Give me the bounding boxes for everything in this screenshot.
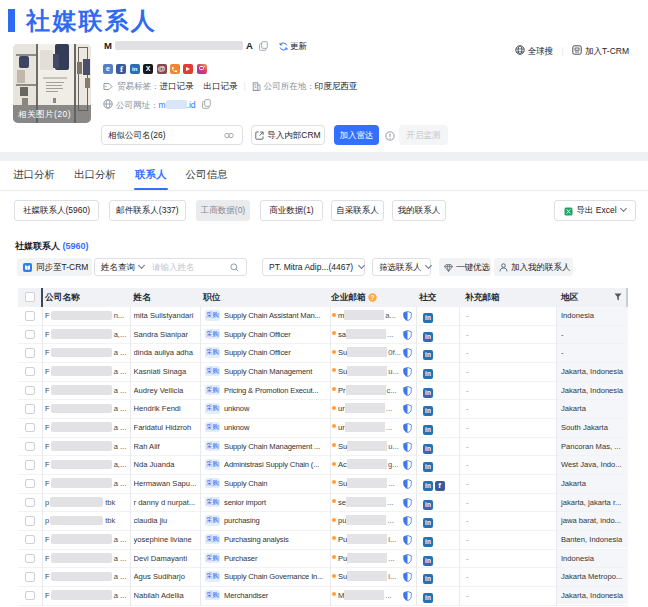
svg-text:?: ?: [371, 293, 375, 300]
